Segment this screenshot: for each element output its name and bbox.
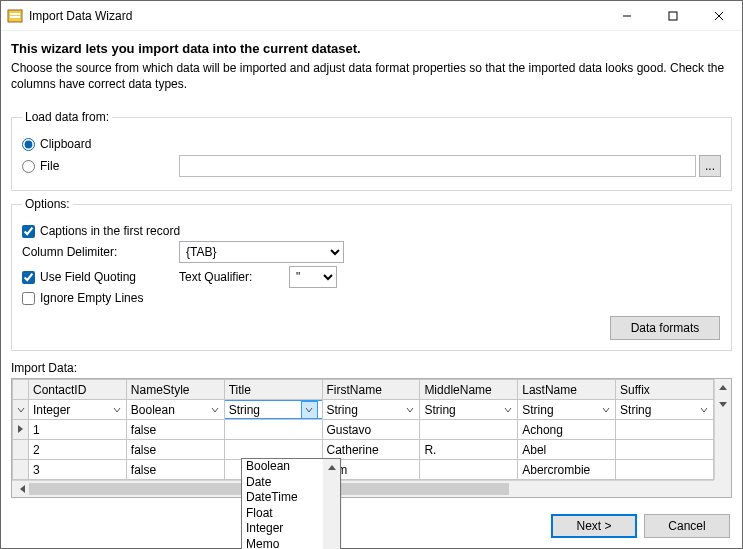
data-cell[interactable]: Abel [518,440,616,460]
svg-rect-2 [10,16,20,18]
check-ignore-empty-input[interactable] [22,292,35,305]
column-header[interactable]: Title [224,380,322,400]
import-data-label: Import Data: [11,361,732,375]
column-header[interactable]: MiddleName [420,380,518,400]
row-indicator [13,460,29,480]
data-cell[interactable] [616,440,714,460]
browse-button[interactable]: ... [699,155,721,177]
close-button[interactable] [696,1,742,31]
radio-file-label: File [40,159,59,173]
wizard-window: Import Data Wizard This wizard lets you … [0,0,743,549]
data-cell[interactable]: false [126,440,224,460]
check-quoting[interactable]: Use Field Quoting [22,270,179,284]
column-header[interactable]: NameStyle [126,380,224,400]
svg-rect-4 [669,12,677,20]
type-select[interactable]: String [518,400,615,419]
check-quoting-label: Use Field Quoting [40,270,136,284]
check-captions-input[interactable] [22,225,35,238]
column-header[interactable]: Suffix [616,380,714,400]
check-ignore-empty-label: Ignore Empty Lines [40,291,143,305]
wizard-heading: This wizard lets you import data into th… [1,31,742,104]
type-select[interactable]: String [616,400,713,419]
data-cell[interactable]: R. [420,440,518,460]
row-indicator [13,400,29,420]
type-select[interactable]: String [323,400,420,419]
next-button[interactable]: Next > [551,514,637,538]
scroll-down-icon[interactable] [715,396,731,413]
data-formats-button[interactable]: Data formats [610,316,720,340]
page-title: This wizard lets you import data into th… [11,41,732,56]
svg-rect-1 [10,13,20,15]
window-title: Import Data Wizard [29,9,604,23]
dropdown-scroll-up-icon[interactable] [323,459,340,475]
load-data-group: Load data from: Clipboard File ... [11,110,732,191]
check-captions[interactable]: Captions in the first record [22,224,721,238]
file-path-input[interactable] [179,155,696,177]
radio-clipboard-input[interactable] [22,138,35,151]
data-cell[interactable]: false [126,420,224,440]
data-cell[interactable] [616,420,714,440]
row-indicator [13,440,29,460]
text-qualifier-select[interactable]: " [289,266,337,288]
data-cell[interactable]: 2 [29,440,127,460]
row-indicator [13,420,29,440]
radio-clipboard-label: Clipboard [40,137,91,151]
data-cell[interactable] [224,440,322,460]
type-select[interactable]: String [420,400,517,419]
type-select[interactable]: Integer [29,400,126,419]
data-cell[interactable]: Gustavo [322,420,420,440]
wizard-footer: Next > Cancel [1,504,742,548]
radio-file[interactable]: File [22,159,179,173]
type-select[interactable]: Boolean [127,400,224,419]
data-cell[interactable] [224,420,322,440]
load-data-legend: Load data from: [22,110,112,124]
column-header[interactable]: FirstName [322,380,420,400]
column-header[interactable]: ContactID [29,380,127,400]
data-cell[interactable]: 3 [29,460,127,480]
check-captions-label: Captions in the first record [40,224,180,238]
options-legend: Options: [22,197,73,211]
app-icon [7,8,23,24]
data-cell[interactable] [616,460,714,480]
import-data-grid: ContactIDNameStyleTitleFirstNameMiddleNa… [11,378,732,498]
options-group: Options: Captions in the first record Co… [11,197,732,351]
data-cell[interactable]: Achong [518,420,616,440]
data-cell[interactable]: 1 [29,420,127,440]
scroll-left-icon[interactable] [12,481,29,497]
minimize-button[interactable] [604,1,650,31]
column-delimiter-select[interactable]: {TAB} [179,241,344,263]
data-cell[interactable]: Abercrombie [518,460,616,480]
data-cell[interactable]: false [126,460,224,480]
check-quoting-input[interactable] [22,271,35,284]
check-ignore-empty[interactable]: Ignore Empty Lines [22,291,721,305]
type-dropdown[interactable]: BooleanDateDateTimeFloatIntegerMemoStrin… [241,458,341,549]
radio-clipboard[interactable]: Clipboard [22,137,721,151]
radio-file-input[interactable] [22,160,35,173]
data-cell[interactable] [420,420,518,440]
data-cell[interactable]: Catherine [322,440,420,460]
grid-hscroll[interactable] [12,480,731,497]
column-header[interactable]: LastName [518,380,616,400]
column-delimiter-label: Column Delimiter: [22,245,179,259]
text-qualifier-label: Text Qualifier: [179,270,289,284]
titlebar: Import Data Wizard [1,1,742,31]
maximize-button[interactable] [650,1,696,31]
type-select[interactable]: String [224,400,322,419]
scroll-up-icon[interactable] [715,379,731,396]
cancel-button[interactable]: Cancel [644,514,730,538]
page-subtitle: Choose the source from which data will b… [11,60,732,102]
data-cell[interactable] [420,460,518,480]
grid-vscroll[interactable] [714,379,731,480]
